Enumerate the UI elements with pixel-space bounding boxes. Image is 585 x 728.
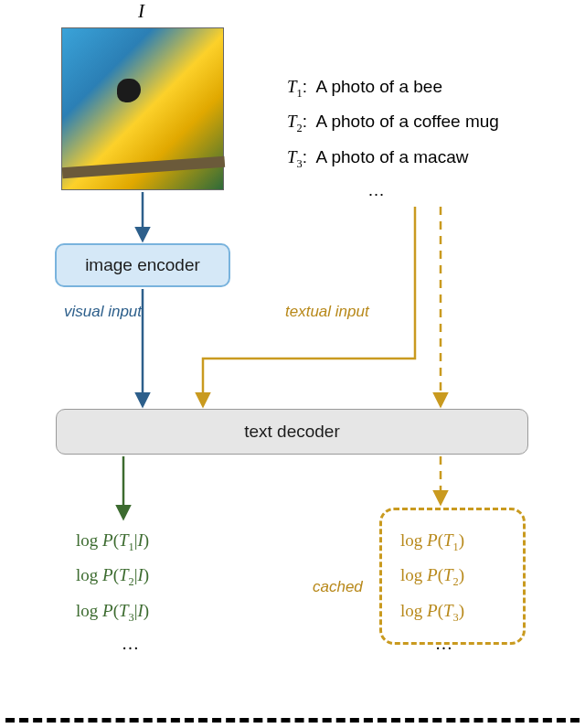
image-encoder-block: image encoder [55,243,230,287]
textual-input-label: textual input [285,303,369,321]
prompt-row: T2: A photo of a coffee mug [287,104,499,139]
text-prompts-list: T1: A photo of a bee T2: A photo of a co… [287,70,499,208]
cached-box [379,508,526,645]
text-decoder-block: text decoder [56,409,528,455]
text-decoder-label: text decoder [244,422,340,442]
image-encoder-label: image encoder [85,255,200,275]
prompts-ellipsis: … [367,173,499,208]
cached-label: cached [313,578,363,596]
photo-detail [117,79,141,102]
visual-input-label: visual input [64,303,142,321]
log-row: log P(T3|I) [76,594,149,628]
section-divider [5,718,580,723]
prompt-row: T3: A photo of a macaw [287,140,499,175]
prompt-row: T1: A photo of a bee [287,70,499,104]
log-row: log P(T2|I) [76,558,149,593]
input-image [61,27,224,190]
conditional-log-probs: log P(T1|I) log P(T2|I) log P(T3|I) … [76,523,149,661]
photo-detail [62,156,225,178]
log-row: log P(T1|I) [76,523,149,558]
cond-ellipsis: … [122,626,149,661]
input-image-symbol: I [138,0,144,23]
